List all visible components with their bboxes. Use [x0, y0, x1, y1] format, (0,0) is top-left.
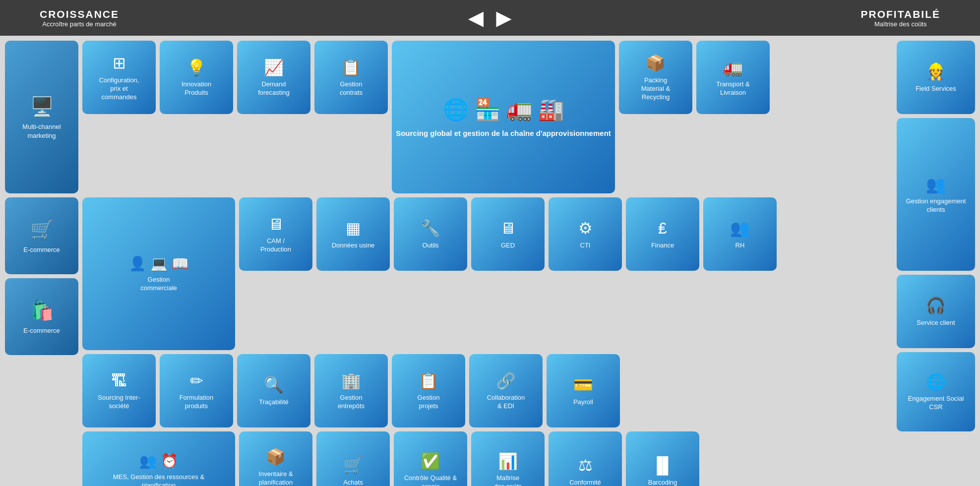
mes-clock-icon: ⏰	[161, 452, 178, 470]
tile-packing[interactable]: 📦 PackingMaterial &Recycling	[619, 41, 692, 114]
store-icon: 🏪	[475, 96, 500, 123]
social-label: Engagement Social CSR	[901, 395, 971, 412]
conformite-label: Conformité	[569, 479, 601, 486]
tile-ecommerce2[interactable]: 🛍️ E-commerce	[5, 278, 78, 355]
page-wrapper: CROISSANCE Accroître parts de marché ◄ ►…	[0, 0, 980, 486]
tile-gestion-engagement[interactable]: 👥 Gestion engagement clients	[897, 118, 975, 271]
tracabilite-label: Traçabilité	[259, 398, 288, 407]
tile-gestion-projets[interactable]: 📋 Gestionprojets	[392, 354, 465, 427]
outils-label: Outils	[422, 242, 438, 250]
tile-outils[interactable]: 🔧 Outils	[394, 197, 467, 271]
service-client-label: Service client	[917, 319, 955, 327]
projets-icon: 📋	[419, 371, 438, 392]
content-area: 🖥️ Multi-channel marketing 🛒 E-commerce …	[0, 36, 980, 486]
entrepots-icon: 🏢	[341, 371, 361, 392]
supply-chain-label: Sourcing global et gestion de la chaîne …	[396, 128, 611, 138]
donnees-icon: ▦	[346, 218, 361, 239]
tile-multichannel[interactable]: 🖥️ Multi-channel marketing	[5, 41, 78, 193]
tile-tracabilite[interactable]: 🔍 Traçabilité	[237, 354, 310, 427]
person-icon: 👤	[129, 255, 146, 273]
tile-gestion-entrepots[interactable]: 🏢 Gestionentrepôts	[314, 354, 388, 427]
engagement-label: Gestion engagement clients	[901, 197, 971, 214]
qualite-label: Contrôle Qualité &essais	[404, 474, 457, 486]
tile-finance[interactable]: ₤ Finance	[626, 197, 699, 271]
tile-ged[interactable]: 🖥 GED	[471, 197, 545, 271]
service-client-icon: 🎧	[926, 296, 946, 316]
right-arrow-icon: ►	[491, 3, 516, 33]
cti-icon: ⚙	[578, 218, 593, 239]
payroll-icon: 💳	[573, 375, 593, 396]
header-left-sub: Accroître parts de marché	[40, 20, 119, 28]
tile-sourcing-inter[interactable]: 🏗 Sourcing Inter-société	[82, 354, 156, 427]
tile-gestion-contrats[interactable]: 📋 Gestioncontrats	[314, 41, 388, 114]
row4: 👥 ⏰ MES, Gestion des ressources &planifi…	[82, 431, 893, 486]
innovation-label: InnovationProduits	[182, 80, 211, 97]
grid-wrapper: 🖥️ Multi-channel marketing 🛒 E-commerce …	[5, 41, 975, 486]
barcoding-icon: ▐▌	[651, 455, 674, 476]
tile-controle-qualite[interactable]: ✅ Contrôle Qualité &essais	[394, 431, 467, 486]
tile-innovation[interactable]: 💡 InnovationProduits	[160, 41, 233, 114]
left-arrow-icon: ◄	[463, 3, 489, 33]
inventaire-icon: 📦	[266, 447, 286, 468]
tile-ecommerce[interactable]: 🛒 E-commerce	[5, 197, 78, 274]
transport-label: Transport &Livraison	[716, 80, 749, 97]
tile-cam[interactable]: 🖥 CAM /Production	[239, 197, 312, 271]
header-bar: CROISSANCE Accroître parts de marché ◄ ►…	[0, 0, 980, 36]
tile-payroll[interactable]: 💳 Payroll	[547, 354, 620, 427]
field-services-icon: 👷	[926, 61, 946, 82]
packing-label: PackingMaterial &Recycling	[641, 76, 671, 102]
tile-mes[interactable]: 👥 ⏰ MES, Gestion des ressources &planifi…	[82, 431, 235, 486]
ged-label: GED	[501, 242, 515, 250]
tile-rh[interactable]: 👥 RH	[703, 197, 777, 271]
laptop-icon: 💻	[150, 255, 168, 273]
collab-edi-icon: 🔗	[496, 371, 516, 392]
projets-label: Gestionprojets	[418, 394, 440, 411]
tile-config[interactable]: ⊞ Configuration,prix etcommandes	[82, 41, 156, 114]
formulation-label: Formulationproduits	[180, 394, 214, 411]
tile-engagement-social[interactable]: 🌐 Engagement Social CSR	[897, 352, 975, 431]
header-left-title: CROISSANCE	[40, 8, 119, 20]
cam-icon: 🖥	[268, 214, 284, 235]
entrepots-label: Gestionentrepôts	[338, 394, 365, 411]
tile-service-client[interactable]: 🎧 Service client	[897, 275, 975, 348]
couts-label: Maîtrisedes coûts	[494, 474, 522, 486]
tile-transport[interactable]: 🚛 Transport &Livraison	[696, 41, 770, 114]
tile-cti[interactable]: ⚙ CTI	[549, 197, 622, 271]
tile-formulation[interactable]: ✏ Formulationproduits	[160, 354, 233, 427]
tile-conformite[interactable]: ⚖ Conformité	[549, 431, 622, 486]
barcoding-label: Barcoding	[648, 479, 677, 486]
tile-gestion-commerciale[interactable]: 👤 💻 📖 Gestioncommerciale	[82, 197, 235, 350]
tile-collaboration-edi[interactable]: 🔗 Collaboration& EDI	[469, 354, 543, 427]
cti-label: CTI	[580, 242, 591, 250]
qualite-icon: ✅	[421, 451, 440, 472]
ecommerce2-label: E-commerce	[23, 326, 60, 335]
ecommerce-label: E-commerce	[23, 245, 60, 254]
achats-icon: 🛒	[343, 455, 363, 476]
tile-maitrise-couts[interactable]: 📊 Maîtrisedes coûts	[471, 431, 545, 486]
config-label: Configuration,prix etcommandes	[99, 76, 139, 102]
demand-label: Demandforecasting	[258, 80, 290, 97]
finance-icon: ₤	[658, 218, 667, 239]
tile-barcoding[interactable]: ▐▌ Barcoding	[626, 431, 699, 486]
tile-demand[interactable]: 📈 Demandforecasting	[237, 41, 310, 114]
center-grid: ⊞ Configuration,prix etcommandes 💡 Innov…	[82, 41, 893, 486]
tile-field-services[interactable]: 👷 Field Services	[897, 41, 975, 114]
far-right-strip: 👷 Field Services 👥 Gestion engagement cl…	[897, 41, 975, 486]
rh-label: RH	[735, 242, 745, 250]
globe-icon: 🌐	[443, 96, 469, 123]
social-icon: 🌐	[926, 372, 946, 393]
sourcing-inter-icon: 🏗	[111, 371, 127, 392]
tile-donnees-usine[interactable]: ▦ Données usine	[316, 197, 390, 271]
truck-icon: 🚛	[506, 96, 532, 123]
packing-icon: 📦	[646, 53, 666, 74]
transport-icon: 🚛	[723, 58, 743, 78]
left-strip: 🖥️ Multi-channel marketing 🛒 E-commerce …	[5, 41, 78, 486]
gestion-commerciale-label: Gestioncommerciale	[140, 276, 177, 293]
tile-supply-chain[interactable]: 🌐 🏪 🚛 🏭 Sourcing global et gestion de la…	[392, 41, 615, 193]
engagement-icon: 👥	[926, 175, 946, 195]
tile-achats[interactable]: 🛒 Achats	[316, 431, 390, 486]
couts-icon: 📊	[498, 451, 518, 472]
tile-inventaire[interactable]: 📦 Inventaire &planificationmatériel	[239, 431, 312, 486]
payroll-label: Payroll	[573, 398, 593, 407]
collab-edi-label: Collaboration& EDI	[487, 394, 525, 411]
